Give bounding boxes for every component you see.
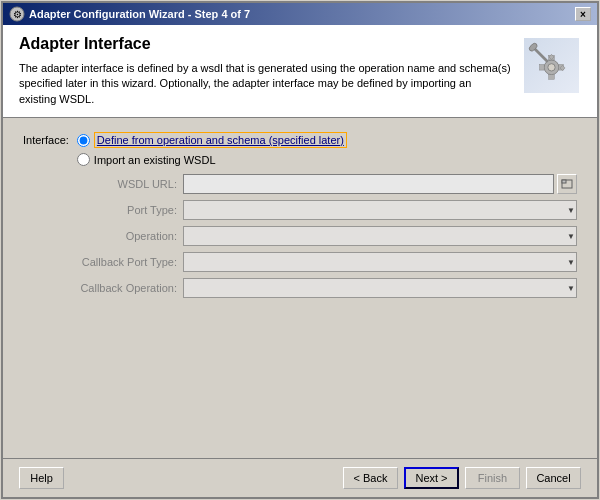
svg-rect-7 <box>539 64 544 69</box>
operation-label: Operation: <box>53 230 183 242</box>
operation-row: Operation: ▼ <box>53 226 577 246</box>
port-type-select[interactable] <box>183 200 577 220</box>
radio-option-import[interactable]: Import an existing WSDL <box>77 153 347 166</box>
header-section: Adapter Interface The adapter interface … <box>3 25 597 118</box>
callback-operation-row: Callback Operation: ▼ <box>53 278 577 298</box>
callback-port-type-select-wrap: ▼ <box>183 252 577 272</box>
wsdl-url-row: WSDL URL: <box>53 174 577 194</box>
operation-select[interactable] <box>183 226 577 246</box>
radio-import[interactable] <box>77 153 90 166</box>
cancel-button[interactable]: Cancel <box>526 467 581 489</box>
radio-import-label: Import an existing WSDL <box>94 154 216 166</box>
footer-left: Help <box>19 467 64 489</box>
svg-rect-14 <box>562 180 566 183</box>
callback-operation-label: Callback Operation: <box>53 282 183 294</box>
header-text-area: Adapter Interface The adapter interface … <box>19 35 521 107</box>
title-bar-left: ⚙ Adapter Configuration Wizard - Step 4 … <box>9 6 250 22</box>
svg-point-4 <box>547 63 554 70</box>
title-bar-icon: ⚙ <box>9 6 25 22</box>
callback-port-type-label: Callback Port Type: <box>53 256 183 268</box>
svg-text:⚙: ⚙ <box>13 9 22 20</box>
interface-row: Interface: Define from operation and sch… <box>23 132 577 166</box>
content-area: Adapter Interface The adapter interface … <box>3 25 597 497</box>
next-button[interactable]: Next > <box>404 467 459 489</box>
page-title: Adapter Interface <box>19 35 511 53</box>
close-button[interactable]: × <box>575 7 591 21</box>
radio-options: Define from operation and schema (specif… <box>77 132 347 166</box>
interface-label: Interface: <box>23 134 69 146</box>
title-bar: ⚙ Adapter Configuration Wizard - Step 4 … <box>3 3 597 25</box>
footer-right: < Back Next > Finish Cancel <box>343 467 581 489</box>
wsdl-url-label: WSDL URL: <box>53 178 183 190</box>
port-type-select-wrap: ▼ <box>183 200 577 220</box>
callback-port-type-row: Callback Port Type: ▼ <box>53 252 577 272</box>
callback-operation-select-wrap: ▼ <box>183 278 577 298</box>
callback-port-type-select[interactable] <box>183 252 577 272</box>
operation-select-wrap: ▼ <box>183 226 577 246</box>
radio-define[interactable] <box>77 134 90 147</box>
wizard-window: ⚙ Adapter Configuration Wizard - Step 4 … <box>1 1 599 499</box>
gear-icon <box>524 38 579 93</box>
wsdl-url-input[interactable] <box>183 174 554 194</box>
header-description: The adapter interface is defined by a ws… <box>19 61 511 107</box>
radio-define-label: Define from operation and schema (specif… <box>94 132 347 148</box>
port-type-row: Port Type: ▼ <box>53 200 577 220</box>
finish-button[interactable]: Finish <box>465 467 520 489</box>
title-bar-title: Adapter Configuration Wizard - Step 4 of… <box>29 8 250 20</box>
callback-operation-select[interactable] <box>183 278 577 298</box>
form-section: Interface: Define from operation and sch… <box>3 118 597 458</box>
port-type-label: Port Type: <box>53 204 183 216</box>
header-icon-area <box>521 35 581 95</box>
wsdl-url-input-wrap <box>183 174 577 194</box>
fields-area: WSDL URL: Port Type: <box>53 174 577 298</box>
browse-button[interactable] <box>557 174 577 194</box>
radio-option-define[interactable]: Define from operation and schema (specif… <box>77 132 347 148</box>
footer-area: Help < Back Next > Finish Cancel <box>3 458 597 497</box>
svg-rect-6 <box>548 74 554 79</box>
help-button[interactable]: Help <box>19 467 64 489</box>
browse-icon <box>561 178 573 190</box>
back-button[interactable]: < Back <box>343 467 398 489</box>
